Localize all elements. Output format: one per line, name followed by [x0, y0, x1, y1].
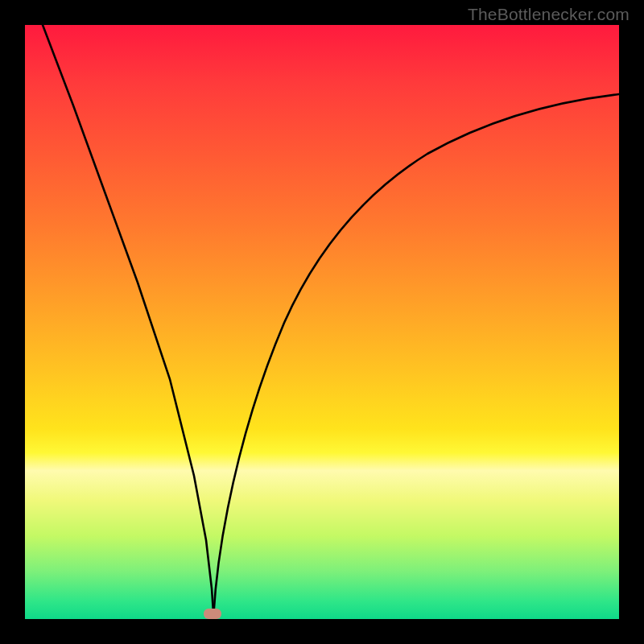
optimum-marker	[204, 609, 221, 619]
chart-frame: TheBottlenecker.com	[0, 0, 644, 644]
attribution-text: TheBottlenecker.com	[468, 5, 630, 24]
bottleneck-curve	[25, 25, 619, 619]
